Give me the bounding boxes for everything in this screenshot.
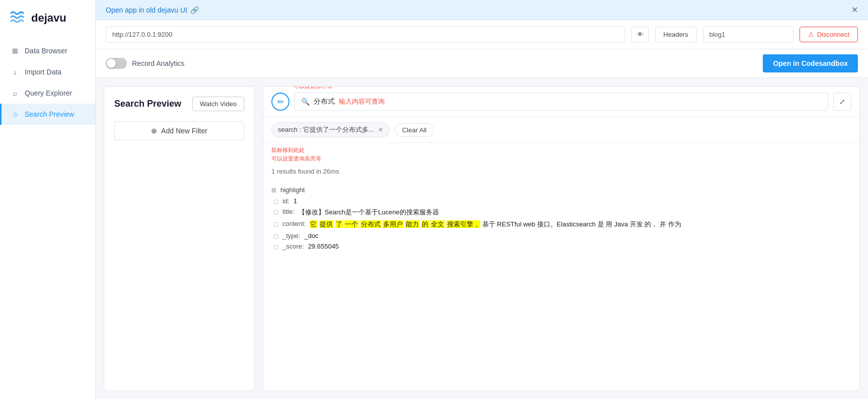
id-label: id:: [282, 197, 290, 205]
top-banner: Open app in old dejavu UI 🔗 ✕: [96, 0, 868, 20]
sidebar-item-query-explorer[interactable]: ⌕ Query Explorer: [0, 83, 95, 104]
expand-row-icon: ⊞: [271, 187, 276, 194]
logo-container: dejavu: [0, 0, 95, 36]
connection-bar: 👁 Headers ⚠ Disconnect: [96, 20, 868, 49]
logo-icon: [8, 9, 26, 27]
expand-button[interactable]: ⤢: [833, 93, 851, 111]
field-type-icon: ▢: [273, 233, 278, 240]
hover-tooltip-line2: 可以设置查询高亮等: [271, 154, 851, 163]
analytics-label: Record Analytics: [132, 59, 184, 67]
hover-tooltip: 鼠标移到此处 可以设置查询高亮等: [263, 143, 859, 166]
grid-icon: ⊞: [11, 46, 20, 55]
add-filter-button[interactable]: ⊕ Add New Filter: [114, 121, 244, 140]
disconnect-button[interactable]: ⚠ Disconnect: [800, 27, 858, 42]
logo-text: dejavu: [31, 12, 66, 25]
analytics-toggle-container: Record Analytics: [106, 58, 184, 69]
title-row: ▢ title: 【修改】Search是一个基于Lucene的搜索服务器: [271, 206, 851, 218]
analytics-toggle-switch[interactable]: [106, 58, 127, 69]
hover-tooltip-line1: 鼠标移到此处: [271, 146, 851, 154]
results-info: 1 results found in 26ms: [263, 166, 859, 180]
type-row: ▢ _type: _doc: [271, 230, 851, 241]
field-title-icon: ▢: [273, 209, 278, 215]
title-value: 【修改】Search是一个基于Lucene的搜索服务器: [299, 208, 439, 217]
highlight-label: highlight: [280, 186, 305, 194]
right-panel: 可以设置排序等 ✏ 🔍 分布式 输入内容可查询 ⤢ search : 它提供了一…: [263, 86, 860, 391]
banner-text: Open app in old dejavu UI: [106, 6, 187, 14]
disconnect-warning-icon: ⚠: [808, 31, 814, 38]
add-filter-label: Add New Filter: [161, 127, 207, 135]
watch-video-label: Watch Video: [200, 100, 237, 108]
sort-tooltip: 可以设置排序等: [294, 86, 332, 90]
content-area: Search Preview Watch Video ⊕ Add New Fil…: [96, 78, 868, 399]
filter-tag-close-button[interactable]: ✕: [378, 126, 383, 133]
panel-header: Search Preview Watch Video: [114, 97, 244, 111]
sidebar-nav: ⊞ Data Browser ↓ Import Data ⌕ Query Exp…: [0, 40, 95, 125]
sort-button[interactable]: ✏: [271, 93, 290, 111]
filter-tag-text: search : 它提供了一个分布式多...: [278, 125, 374, 134]
content-label: content:: [282, 220, 306, 227]
watch-video-button[interactable]: Watch Video: [192, 97, 244, 111]
title-label: title:: [282, 208, 295, 215]
field-content-icon: ▢: [273, 221, 278, 227]
type-value: _doc: [304, 232, 318, 240]
search-magnifier-icon: 🔍: [301, 98, 310, 106]
result-item: ⊞ highlight ▢ id: 1 ▢ title: 【修改】Search是…: [271, 184, 851, 252]
highlight-row[interactable]: ⊞ highlight: [271, 184, 851, 196]
type-label: _type:: [282, 232, 300, 240]
toggle-thumb: [107, 59, 116, 68]
search-input-wrapper[interactable]: 🔍 分布式 输入内容可查询: [295, 93, 828, 111]
filter-row: search : 它提供了一个分布式多... ✕ Clear All: [263, 117, 859, 143]
sidebar-item-label: Search Preview: [25, 110, 74, 118]
sidebar: dejavu ⊞ Data Browser ↓ Import Data ⌕ Qu…: [0, 0, 96, 399]
disconnect-label: Disconnect: [817, 31, 849, 38]
score-value: 29.655045: [308, 243, 339, 250]
search-icon: ⌕: [11, 89, 20, 98]
old-dejavu-link[interactable]: Open app in old dejavu UI 🔗: [106, 6, 199, 14]
link-icon: 🔗: [190, 6, 199, 14]
id-row: ▢ id: 1: [271, 196, 851, 206]
search-placeholder-text: 输入内容可查询: [339, 97, 385, 106]
codesandbox-button[interactable]: Open in Codesandbox: [763, 54, 858, 72]
filter-tag: search : 它提供了一个分布式多... ✕: [271, 122, 390, 137]
eye-button[interactable]: 👁: [631, 27, 649, 42]
content-row: ▢ content: 它 提供 了 一个 分布式 多用户 能力 的 全文 搜索引…: [271, 218, 851, 230]
close-banner-button[interactable]: ✕: [851, 5, 858, 15]
search-query-text: 分布式: [314, 97, 335, 106]
headers-label: Headers: [664, 31, 688, 38]
clear-all-label: Clear All: [402, 126, 426, 134]
results-area: ⊞ highlight ▢ id: 1 ▢ title: 【修改】Search是…: [263, 180, 859, 390]
search-bar: 可以设置排序等 ✏ 🔍 分布式 输入内容可查询 ⤢: [263, 87, 859, 117]
left-panel: Search Preview Watch Video ⊕ Add New Fil…: [104, 86, 255, 391]
id-value: 1: [294, 197, 297, 205]
toolbar: Record Analytics Open in Codesandbox: [96, 49, 868, 78]
sidebar-item-data-browser[interactable]: ⊞ Data Browser: [0, 40, 95, 61]
sidebar-item-label: Data Browser: [25, 47, 67, 55]
content-value: 它 提供 了 一个 分布式 多用户 能力 的 全文 搜索引擎， 基于 RESTf…: [310, 220, 681, 229]
eye-icon: 👁: [637, 31, 643, 38]
sidebar-item-label: Query Explorer: [25, 89, 72, 97]
sidebar-item-import-data[interactable]: ↓ Import Data: [0, 61, 95, 83]
sidebar-item-search-preview[interactable]: ☆ Search Preview: [0, 104, 95, 125]
headers-button[interactable]: Headers: [655, 27, 697, 42]
field-score-icon: ▢: [273, 244, 278, 250]
star-icon: ☆: [11, 110, 20, 119]
score-label: _score:: [282, 243, 304, 250]
expand-icon: ⤢: [839, 98, 845, 106]
clear-all-button[interactable]: Clear All: [395, 123, 434, 137]
sidebar-item-label: Import Data: [25, 68, 61, 76]
download-icon: ↓: [11, 67, 20, 76]
panel-title: Search Preview: [114, 99, 181, 109]
sort-icon: ✏: [277, 97, 284, 107]
url-input[interactable]: [106, 26, 625, 43]
score-row: ▢ _score: 29.655045: [271, 241, 851, 252]
add-filter-plus-icon: ⊕: [151, 127, 157, 135]
field-doc-icon: ▢: [273, 198, 278, 205]
main-content: Open app in old dejavu UI 🔗 ✕ 👁 Headers …: [96, 0, 868, 399]
codesandbox-label: Open in Codesandbox: [773, 59, 848, 67]
index-input[interactable]: [703, 26, 793, 43]
